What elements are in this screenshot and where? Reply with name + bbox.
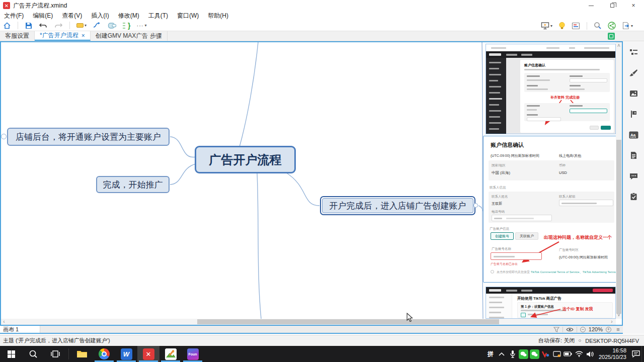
scroll-down-icon[interactable]: ˅ xyxy=(616,312,622,318)
wechat-tray-button-2[interactable] xyxy=(529,349,540,359)
notes-panel-button[interactable] xyxy=(628,150,638,160)
home-button[interactable] xyxy=(0,21,14,31)
file-explorer-button[interactable] xyxy=(71,346,93,362)
tab-label: *广告开户流程 xyxy=(40,31,78,40)
wifi-tray-button[interactable] xyxy=(574,351,585,357)
task-panel-button[interactable] xyxy=(628,192,638,202)
volume-tray-button[interactable] xyxy=(585,351,596,357)
microphone-tray-button[interactable] xyxy=(507,350,518,358)
expand-handle[interactable] xyxy=(1,134,7,139)
zoom-menu-button[interactable]: ≡ xyxy=(615,327,621,332)
export-button[interactable]: ▾ xyxy=(619,21,636,31)
tab-customer-service[interactable]: 客服设置 xyxy=(0,31,35,41)
image-editor-button[interactable] xyxy=(159,346,182,362)
scroll-right-icon[interactable]: › xyxy=(609,319,615,325)
topic-open-account-selected[interactable]: 开户完成后，进入店铺广告创建账户 xyxy=(320,196,475,215)
style-panel-button[interactable] xyxy=(628,68,638,78)
undo-button[interactable] xyxy=(36,21,51,31)
menubar: 文件(F) 编辑(E) 查看(V) 插入(I) 修改(M) 工具(T) 窗口(W… xyxy=(0,11,644,20)
attachment-image-account-confirm-1[interactable]: 账户信息确认 补齐资料 完成注册 xyxy=(486,44,616,134)
menu-help[interactable]: 帮助(H) xyxy=(208,12,228,20)
save-button[interactable] xyxy=(22,21,36,31)
relationship-button[interactable] xyxy=(90,21,105,31)
timezone-value: (UTC-09:00) 阿拉斯加标准时间 xyxy=(491,153,539,158)
more-tools-button[interactable]: ··· ▾ xyxy=(133,21,149,31)
close-button[interactable]: × xyxy=(623,0,644,11)
attachment-image-account-confirm-2[interactable]: 账户信息确认 (UTC-09:00) 阿拉斯加标准时间 线上电商/其他 国家/地… xyxy=(483,136,621,283)
start-button[interactable] xyxy=(0,346,22,362)
share-button[interactable] xyxy=(605,21,619,31)
menu-modify[interactable]: 修改(M) xyxy=(118,12,139,20)
blue-app-button[interactable]: W xyxy=(115,346,137,362)
chrome-button[interactable] xyxy=(93,346,115,362)
outline-panel-button[interactable] xyxy=(628,47,638,57)
attachment-image-shop-ads[interactable]: 开始使用 TikTok 商店广告 第 1 步：设置账户信息 这个ID 复制 发我 xyxy=(486,287,616,319)
central-topic[interactable]: 广告开户流程 xyxy=(195,146,296,173)
font-panel-button[interactable]: Aa xyxy=(628,130,638,140)
tab-gmv-max-steps[interactable]: 创建GMV MAX广告 步骤 xyxy=(91,31,168,41)
minimize-button[interactable] xyxy=(581,0,602,11)
horizontal-scroll-thumb[interactable] xyxy=(197,319,499,324)
comments-panel-button[interactable] xyxy=(628,171,638,181)
tray-expand-button[interactable] xyxy=(496,352,507,356)
summary-lines-icon xyxy=(123,22,128,29)
battery-tray-button[interactable] xyxy=(562,351,574,356)
zoom-out-button[interactable]: − xyxy=(580,327,586,332)
close-icon: × xyxy=(631,2,635,9)
restore-button[interactable] xyxy=(602,0,623,11)
menu-window[interactable]: 窗口(W) xyxy=(177,12,199,20)
sheet-overview-button[interactable] xyxy=(608,33,615,40)
summary-button[interactable]: } xyxy=(120,21,133,31)
menu-insert[interactable]: 插入(I) xyxy=(91,12,109,20)
toolbar-separator xyxy=(587,22,587,30)
sidebar-dark xyxy=(486,58,506,134)
eye-icon[interactable] xyxy=(566,327,574,332)
tab-ad-account-flow[interactable]: *广告开户流程 × xyxy=(35,31,91,41)
topic-shop-backend[interactable]: 店铺后台，将开通账户设置为主要账户 xyxy=(7,128,170,146)
sheet-tab-canvas1[interactable]: 画布 1 xyxy=(0,326,40,333)
marker-panel-button[interactable] xyxy=(628,109,638,119)
vertical-scrollbar[interactable]: ˄ ˅ xyxy=(616,42,622,319)
document-icon xyxy=(630,151,637,159)
filter-icon[interactable] xyxy=(553,327,559,332)
image-panel-button[interactable] xyxy=(628,88,638,99)
tab-close-icon[interactable]: × xyxy=(82,32,85,39)
vertical-scroll-thumb[interactable] xyxy=(616,140,621,314)
ime-indicator[interactable]: 拼 xyxy=(485,350,496,358)
topic-finish-promote[interactable]: 完成，开始推广 xyxy=(96,176,170,193)
battery-icon xyxy=(564,351,572,356)
mindmap-canvas[interactable]: 店铺后台，将开通账户设置为主要账户 完成，开始推广 广告开户流程 开户完成后，进… xyxy=(0,41,623,326)
foun-app-button[interactable]: Foun xyxy=(182,346,204,362)
font-icon: Aa xyxy=(629,131,638,139)
scroll-up-icon[interactable]: ˄ xyxy=(616,43,622,49)
topic-shape-icon xyxy=(76,23,84,28)
horizontal-scrollbar[interactable]: ‹ › xyxy=(1,319,616,325)
taskbar-clock[interactable]: 16:58 2025/10/23 xyxy=(599,347,626,360)
topic-shape-button[interactable]: ▾ xyxy=(73,21,90,31)
screen-share-tray-button[interactable] xyxy=(551,351,562,357)
menu-edit[interactable]: 编辑(E) xyxy=(33,12,53,20)
notes-button[interactable] xyxy=(569,21,583,31)
collapse-handle[interactable] xyxy=(473,203,478,208)
flag-icon xyxy=(630,110,637,118)
task-view-button[interactable] xyxy=(44,346,66,362)
zoom-in-button[interactable]: + xyxy=(606,327,611,332)
red-v-tray-button[interactable] xyxy=(540,350,551,357)
svg-text:Aa: Aa xyxy=(630,132,636,137)
scroll-left-icon[interactable]: ‹ xyxy=(1,319,7,325)
redo-button[interactable] xyxy=(51,21,66,31)
presentation-button[interactable]: ▾ xyxy=(538,21,555,31)
minus-icon: − xyxy=(582,327,584,332)
toolbar: ▾ } ··· ▾ ▾ xyxy=(0,20,644,31)
wechat-tray-button-1[interactable] xyxy=(518,349,529,359)
taskbar-search-button[interactable] xyxy=(22,346,44,362)
menu-file[interactable]: 文件(F) xyxy=(4,12,24,20)
idea-button[interactable] xyxy=(555,21,569,31)
show-desktop-button[interactable] xyxy=(641,346,644,362)
action-center-button[interactable] xyxy=(630,350,641,357)
boundary-button[interactable] xyxy=(105,21,120,31)
xmind-taskbar-button[interactable]: ✕ xyxy=(137,346,159,362)
menu-tools[interactable]: 工具(T) xyxy=(148,12,168,20)
menu-view[interactable]: 查看(V) xyxy=(62,12,82,20)
search-button[interactable] xyxy=(591,21,605,31)
